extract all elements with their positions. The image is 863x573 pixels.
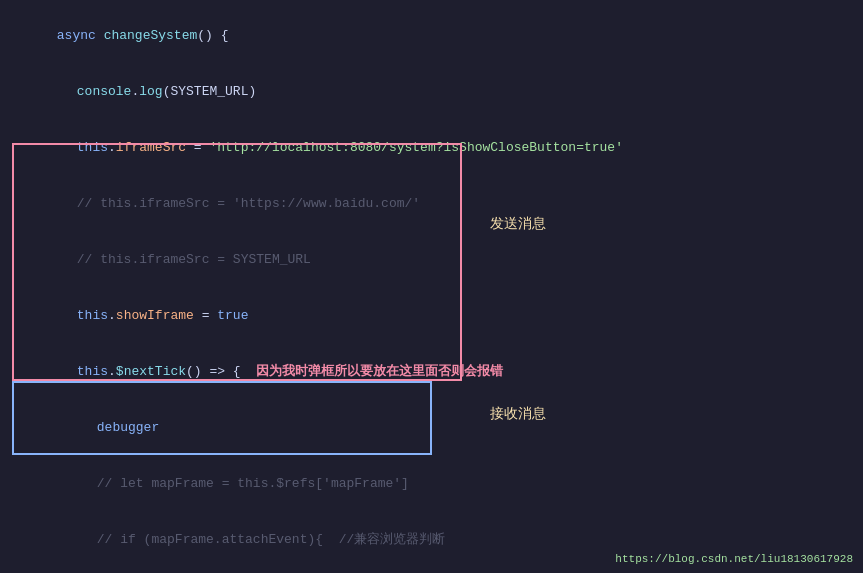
- code-line-1: async changeSystem() {: [0, 8, 863, 64]
- code-line-2: console.log(SYSTEM_URL): [0, 64, 863, 120]
- code-line-9: // let mapFrame = this.$refs['mapFrame']: [0, 456, 863, 512]
- code-line-4: // this.iframeSrc = 'https://www.baidu.c…: [0, 176, 863, 232]
- code-line-8: debugger: [0, 400, 863, 456]
- code-line-3: this.iframeSrc = 'http://localhost:8080/…: [0, 120, 863, 176]
- send-message-annotation: 发送消息: [490, 215, 546, 233]
- code-line-6: this.showIframe = true: [0, 288, 863, 344]
- code-line-11: // mapFrame.attachEvent("onload", functi…: [0, 568, 863, 573]
- receive-message-annotation: 接收消息: [490, 405, 546, 423]
- bottom-url: https://blog.csdn.net/liu18130617928: [615, 553, 853, 565]
- code-container: async changeSystem() { console.log(SYSTE…: [0, 0, 863, 573]
- code-line-7: this.$nextTick() => { 因为我时弹框所以要放在这里面否则会报…: [0, 344, 863, 400]
- code-line-5: // this.iframeSrc = SYSTEM_URL: [0, 232, 863, 288]
